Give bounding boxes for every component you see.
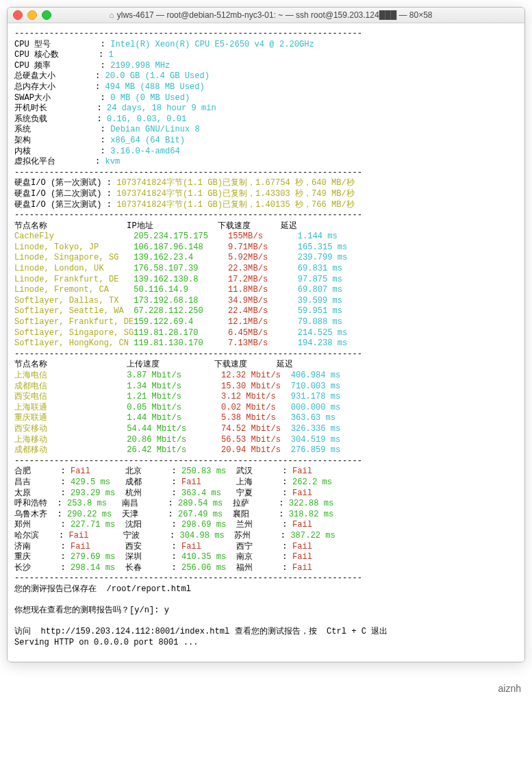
terminal-window: ⌂ylws-4617 — root@debian-512mb-nyc3-01: … [7, 7, 525, 662]
window-controls [13, 10, 51, 20]
window-title: ⌂ylws-4617 — root@debian-512mb-nyc3-01: … [57, 10, 519, 20]
minimize-icon[interactable] [27, 10, 37, 20]
zoom-icon[interactable] [42, 10, 51, 20]
watermark: aiznh [0, 669, 532, 701]
terminal-body[interactable]: ----------------------------------------… [8, 23, 524, 662]
close-icon[interactable] [13, 10, 23, 20]
home-icon: ⌂ [109, 10, 114, 20]
titlebar[interactable]: ⌂ylws-4617 — root@debian-512mb-nyc3-01: … [8, 8, 524, 23]
